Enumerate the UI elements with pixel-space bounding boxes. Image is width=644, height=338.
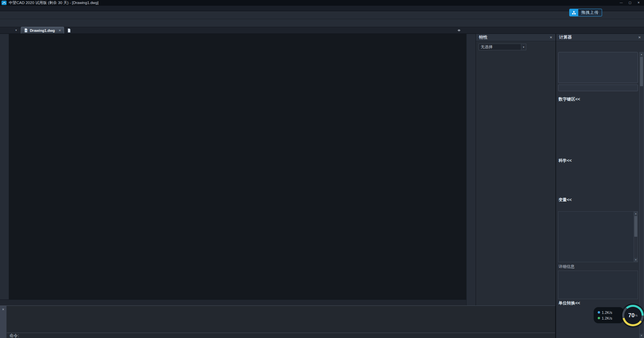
panel-collapse-icon[interactable] [457, 29, 461, 32]
calculator-panel-title: 计算器 [559, 35, 638, 40]
calculator-scrollbar[interactable]: ▲ ▼ [639, 52, 644, 338]
calculator-panel: 计算器 ✕ 数字键区<< 科学<< 变量<< ▲ ▼ 详细信息 单位转换<< ▲… [555, 34, 644, 338]
download-speed-icon [598, 317, 600, 319]
calculator-close-icon[interactable]: ✕ [638, 36, 641, 39]
app-logo-icon [1, 0, 7, 6]
speed-pill: 1.2K/s 1.2K/s [593, 307, 624, 324]
document-tab[interactable]: Drawing1.dwg ✕ [21, 27, 64, 34]
properties-close-icon[interactable]: ✕ [550, 36, 552, 39]
standard-toolbar [0, 11, 644, 19]
layout-tab-bar [0, 299, 466, 305]
scroll-thumb[interactable] [640, 57, 643, 86]
progress-ring: 70% [622, 305, 644, 326]
close-button[interactable]: ✕ [635, 0, 643, 5]
scientific-section-title[interactable]: 科学<< [558, 158, 572, 164]
menu-bar [0, 6, 644, 11]
command-window-gutter[interactable]: ✕ [0, 306, 7, 338]
scroll-down-icon[interactable]: ▼ [640, 334, 643, 338]
window-controls: — ▢ ✕ [617, 0, 643, 5]
calculator-panel-header: 计算器 ✕ [556, 34, 644, 41]
upload-speed-value: 1.2K/s [602, 311, 612, 315]
draw-toolbar [0, 34, 9, 299]
maximize-button[interactable]: ▢ [626, 0, 634, 5]
minimize-button[interactable]: — [617, 0, 625, 5]
properties-panel: 特性 ✕ 无选择 ▼ [476, 34, 555, 305]
numpad-section-title[interactable]: 数字键区<< [558, 97, 580, 102]
layers-toolbar [0, 19, 644, 27]
tab-close-icon[interactable]: ✕ [58, 29, 61, 32]
application-window: 中望CAD 2020 试用版 (剩余 30 天) - [Drawing1.dwg… [0, 0, 644, 338]
selection-row: 无选择 ▼ [479, 44, 553, 50]
progress-percent-unit: % [635, 314, 638, 317]
command-prompt-label: 命令: [9, 333, 19, 338]
network-speed-widget[interactable]: 1.2K/s 1.2K/s 70% [589, 304, 644, 328]
progress-percent: 70 [628, 312, 635, 319]
command-close-icon[interactable]: ✕ [2, 308, 5, 311]
download-speed-value: 1.2K/s [602, 316, 612, 320]
scroll-up-icon[interactable]: ▲ [640, 52, 643, 56]
upload-badge[interactable]: 拖拽上传 [569, 9, 602, 16]
properties-panel-title: 特性 [479, 35, 550, 40]
details-title: 详细信息 [558, 264, 575, 270]
calculator-display [558, 52, 638, 83]
scroll-down-icon[interactable]: ▼ [634, 258, 638, 262]
upload-speed-icon [598, 311, 600, 314]
variables-section-title[interactable]: 变量<< [558, 197, 572, 203]
window-title: 中望CAD 2020 试用版 (剩余 30 天) - [Drawing1.dwg… [9, 0, 99, 5]
document-tab-strip: ▼ Drawing1.dwg ✕ [0, 27, 644, 34]
command-window[interactable]: ✕ 命令: [0, 305, 555, 338]
variables-tree: ▲ ▼ [558, 211, 638, 262]
upload-badge-label: 拖拽上传 [578, 9, 602, 16]
dwg-file-icon [24, 28, 28, 33]
new-document-button[interactable] [67, 28, 71, 33]
tab-list-dropdown-icon[interactable]: ▼ [15, 29, 17, 32]
calculator-input[interactable] [558, 84, 638, 91]
selection-combo-value: 无选择 [481, 44, 493, 50]
properties-panel-header: 特性 ✕ [476, 34, 555, 41]
drawing-canvas[interactable] [9, 34, 466, 299]
document-tab-label: Drawing1.dwg [30, 29, 55, 33]
details-box [558, 271, 638, 299]
scroll-up-icon[interactable]: ▲ [634, 212, 638, 216]
title-bar: 中望CAD 2020 试用版 (剩余 30 天) - [Drawing1.dwg… [0, 0, 644, 6]
command-input[interactable]: 命令: [7, 333, 555, 338]
cloud-upload-icon [569, 9, 578, 16]
unit-conversion-title[interactable]: 单位转换<< [558, 300, 580, 306]
tree-scrollbar[interactable]: ▲ ▼ [634, 212, 638, 262]
scroll-thumb[interactable] [634, 216, 637, 237]
modify-toolbar [466, 34, 476, 305]
dropdown-arrow-icon[interactable]: ▼ [521, 44, 526, 50]
selection-combo[interactable]: 无选择 ▼ [479, 44, 526, 50]
command-history [7, 306, 555, 333]
crosshair-and-ucs-overlay [9, 34, 466, 299]
